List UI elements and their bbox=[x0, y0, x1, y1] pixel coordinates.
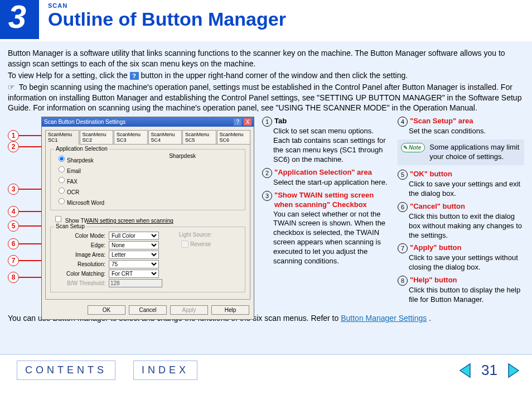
help-icon: ? bbox=[130, 72, 139, 80]
radio-ocr[interactable]: OCR bbox=[55, 185, 104, 195]
note-icon: Note bbox=[401, 143, 425, 152]
tab-sc3[interactable]: ScanMenu SC3 bbox=[114, 130, 148, 144]
radio-word[interactable]: Microsoft Word bbox=[55, 196, 104, 206]
radio-sharpdesk[interactable]: Sharpdesk bbox=[55, 153, 104, 164]
resolution-select[interactable]: 75 bbox=[109, 260, 159, 268]
explanations-col-2: 4"Scan Setup" area Set the scan conditio… bbox=[398, 117, 524, 308]
tabs: ScanMenu SC1 ScanMenu SC2 ScanMenu SC3 S… bbox=[42, 127, 254, 144]
titlebar-help-icon: ? bbox=[234, 118, 241, 126]
help-button[interactable]: Help bbox=[211, 305, 249, 315]
contents-button[interactable]: CONTENTS bbox=[17, 360, 115, 380]
color-mode-select[interactable]: Full Color bbox=[109, 232, 159, 240]
scan-setup-group: Scan Setup Color Mode:Full Color Edge:No… bbox=[50, 227, 245, 292]
page-header: 3 SCAN Outline of Button Manager bbox=[0, 0, 532, 39]
callout-8: 8 bbox=[8, 272, 19, 283]
intro-text: Button Manager is a software utility tha… bbox=[8, 48, 524, 113]
chapter-number: 3 bbox=[0, 0, 39, 39]
tab-sc1[interactable]: ScanMenu SC1 bbox=[45, 130, 79, 145]
ok-button[interactable]: OK bbox=[88, 305, 125, 315]
tab-sc5[interactable]: ScanMenu SC5 bbox=[182, 130, 216, 144]
callout-7: 7 bbox=[8, 255, 19, 266]
callout-6: 6 bbox=[8, 238, 19, 249]
svg-marker-0 bbox=[460, 364, 470, 377]
callout-1: 1 bbox=[8, 130, 19, 141]
image-area-select[interactable]: Letter bbox=[109, 251, 159, 259]
screenshot-column: 1 2 3 4 5 6 7 8 Scan Button Destination … bbox=[8, 117, 253, 308]
callout-5: 5 bbox=[8, 220, 19, 232]
page-title: Outline of Button Manager bbox=[48, 9, 286, 30]
color-matching-select[interactable]: For CRT bbox=[109, 270, 159, 278]
callout-2: 2 bbox=[8, 141, 19, 152]
dialog-screenshot: Scan Button Destination Settings ? X Sca… bbox=[41, 117, 254, 320]
cancel-button[interactable]: Cancel bbox=[129, 305, 167, 315]
app-name-display: Sharpdesk bbox=[169, 153, 240, 206]
bw-threshold-input bbox=[109, 279, 162, 287]
pointer-icon: ☞ bbox=[8, 82, 16, 93]
twain-checkbox[interactable] bbox=[55, 216, 61, 222]
footer: CONTENTS INDEX 31 bbox=[0, 354, 532, 383]
callout-4: 4 bbox=[8, 206, 19, 217]
radio-fax[interactable]: FAX bbox=[55, 175, 104, 185]
intro-p3: ☞ To begin scanning using the machine's … bbox=[8, 82, 524, 114]
note-box: Note Some applications may limit your ch… bbox=[398, 140, 524, 165]
intro-p1: Button Manager is a software utility tha… bbox=[8, 48, 524, 69]
intro-p2: To view Help for a setting, click the ? … bbox=[8, 70, 524, 81]
next-page-icon[interactable] bbox=[505, 363, 521, 378]
callout-3: 3 bbox=[8, 184, 19, 195]
explanations-col-1: 1Tab Click to set scan menu options. Eac… bbox=[262, 117, 389, 308]
dialog-titlebar: Scan Button Destination Settings ? X bbox=[42, 117, 254, 127]
tab-sc2[interactable]: ScanMenu SC2 bbox=[80, 130, 114, 144]
tab-sc6[interactable]: ScanMenu SC6 bbox=[217, 130, 251, 144]
apply-button[interactable]: Apply bbox=[170, 305, 208, 315]
radio-email[interactable]: Email bbox=[55, 164, 104, 174]
svg-marker-1 bbox=[509, 364, 519, 377]
dialog-title: Scan Button Destination Settings bbox=[44, 119, 125, 125]
index-button[interactable]: INDEX bbox=[133, 360, 197, 380]
prev-page-icon[interactable] bbox=[458, 363, 473, 378]
edge-select[interactable]: None bbox=[109, 241, 159, 249]
application-selection-group: Application Selection Sharpdesk Email FA… bbox=[50, 149, 245, 210]
body: Button Manager is a software utility tha… bbox=[0, 41, 532, 354]
button-manager-settings-link[interactable]: Button Manager Settings bbox=[341, 314, 427, 323]
page-number: 31 bbox=[481, 362, 497, 379]
tab-sc4[interactable]: ScanMenu SC4 bbox=[148, 130, 182, 144]
titlebar-close-icon: X bbox=[244, 118, 252, 126]
